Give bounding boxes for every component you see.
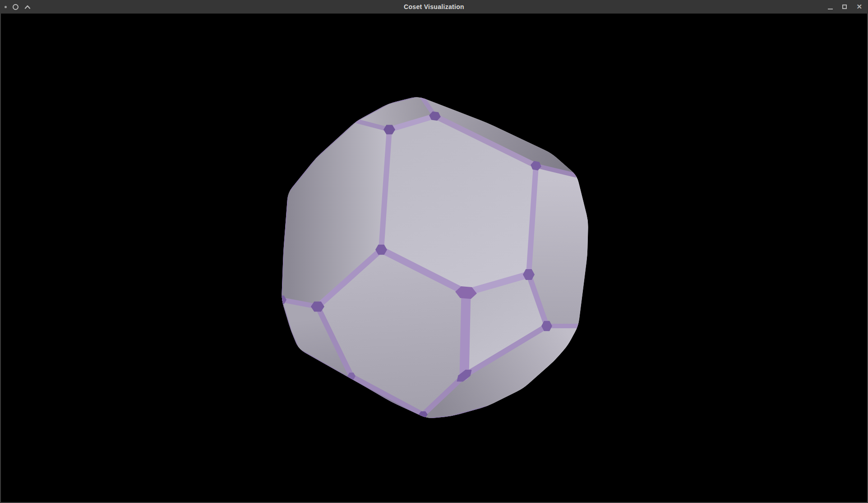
circle-icon[interactable]: [13, 4, 18, 10]
viewport-3d[interactable]: [0, 0, 868, 503]
edge-V6-V8: [464, 293, 466, 376]
window-controls: ✕: [828, 0, 868, 14]
titlebar[interactable]: Coset Visualization ✕: [0, 0, 868, 14]
close-button[interactable]: ✕: [856, 0, 862, 14]
dot-icon: [5, 6, 7, 8]
chevron-up-icon[interactable]: [24, 5, 31, 9]
titlebar-left-icons: [0, 0, 31, 14]
window-title: Coset Visualization: [0, 0, 868, 14]
maximize-button[interactable]: [842, 5, 847, 9]
minimize-button[interactable]: [828, 9, 833, 9]
